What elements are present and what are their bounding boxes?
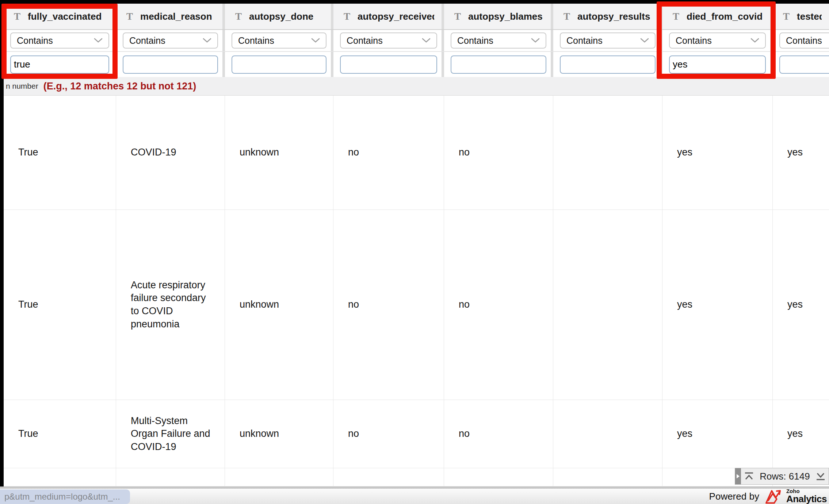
- column-header-fully-vaccinated[interactable]: Tfully_vaccinated: [4, 4, 116, 29]
- powered-by-label: Powered by: [709, 491, 759, 502]
- rows-count-bar: Rows: 6149: [735, 468, 829, 485]
- cell-value: yes: [787, 298, 803, 311]
- chevron-down-icon: [422, 38, 431, 43]
- scroll-to-top-icon[interactable]: [744, 472, 754, 481]
- filter-value-cell-autopsy-results: [553, 52, 662, 77]
- table-cell: yes: [773, 400, 829, 468]
- table-cell: unknown: [225, 210, 333, 400]
- filter-operator-select-autopsy-done[interactable]: Contains: [232, 32, 326, 49]
- column-header-label: tested_po: [797, 11, 822, 22]
- column-header-label: fully_vaccinated: [28, 11, 102, 22]
- text-type-icon: T: [126, 11, 133, 22]
- table-cell: yes: [773, 210, 829, 400]
- table-cell: [553, 468, 662, 486]
- text-type-icon: T: [564, 11, 570, 22]
- filter-operator-select-died-from-covid[interactable]: Contains: [669, 32, 766, 49]
- table-cell: yes: [773, 96, 829, 209]
- column-header-autopsy-done[interactable]: Tautopsy_done: [225, 4, 333, 29]
- text-type-icon: T: [235, 11, 242, 22]
- filter-operator-select-medical-reason[interactable]: Contains: [123, 32, 218, 49]
- filter-operator-select-tested-po[interactable]: Contains: [779, 32, 829, 49]
- zoho-analytics-logo[interactable]: Zoho Analytics: [764, 488, 827, 504]
- table-row: TrueMulti-System Organ Failure and COVID…: [4, 400, 829, 468]
- table-body: TrueCOVID-19unknownnonoyesyesTrueAcute r…: [4, 96, 829, 486]
- table-cell: [444, 468, 553, 486]
- powered-by: Powered by Zoho Analytics: [709, 489, 827, 504]
- filter-input-fully-vaccinated[interactable]: [10, 55, 109, 74]
- filter-input-autopsy-results[interactable]: [560, 55, 656, 74]
- table-cell: True: [4, 400, 116, 468]
- filter-value-cell-autopsy-done: [225, 52, 333, 77]
- column-header-label: medical_reason: [140, 11, 212, 22]
- filter-value-row: [4, 52, 829, 77]
- filter-value-cell-tested-po: [773, 52, 829, 77]
- filter-value-cell-medical-reason: [116, 52, 225, 77]
- filter-operator-row: ContainsContainsContainsContainsContains…: [4, 30, 829, 52]
- cell-value: Acute respiratory failure secondary to C…: [131, 279, 214, 331]
- filter-input-tested-po[interactable]: [779, 55, 829, 74]
- filter-operator-value: Contains: [676, 35, 712, 46]
- column-header-label: autopsy_results: [577, 11, 650, 22]
- expand-handle[interactable]: [735, 468, 741, 484]
- table-cell: [333, 468, 444, 486]
- filter-operator-cell-autopsy-results: Contains: [553, 30, 662, 51]
- chevron-down-icon: [94, 38, 103, 43]
- filter-operator-value: Contains: [238, 35, 274, 46]
- filter-operator-select-autopsy-received[interactable]: Contains: [340, 32, 437, 49]
- column-header-medical-reason[interactable]: Tmedical_reason: [116, 4, 225, 29]
- cell-value: no: [459, 427, 470, 440]
- table-cell: COVID-19: [116, 96, 225, 209]
- cell-value: True: [18, 146, 38, 159]
- scroll-to-bottom-icon[interactable]: [815, 472, 826, 481]
- table-cell: yes: [662, 210, 773, 400]
- table-row: [4, 468, 829, 486]
- cell-value: yes: [787, 146, 803, 159]
- table-cell: no: [333, 96, 444, 209]
- chevron-down-icon: [750, 38, 759, 43]
- filter-hint-example: (E.g., 12 matches 12 but not 121): [43, 81, 196, 92]
- table-cell: no: [333, 400, 444, 468]
- zoho-analytics-wordmark: Zoho Analytics: [786, 488, 827, 504]
- column-header-row: Tfully_vaccinatedTmedical_reasonTautopsy…: [4, 4, 829, 30]
- left-black-bar: [0, 4, 4, 486]
- filter-input-medical-reason[interactable]: [123, 55, 218, 74]
- filter-operator-select-fully-vaccinated[interactable]: Contains: [10, 32, 109, 49]
- cell-value: yes: [677, 298, 692, 311]
- chevron-down-icon: [311, 38, 320, 43]
- table-cell: [4, 468, 116, 486]
- cell-value: no: [348, 427, 359, 440]
- filter-operator-select-autopsy-blames[interactable]: Contains: [451, 32, 546, 49]
- table-cell: unknown: [225, 400, 333, 468]
- filter-operator-cell-died-from-covid: Contains: [662, 30, 773, 51]
- filter-operator-cell-autopsy-blames: Contains: [444, 30, 553, 51]
- cell-value: unknown: [240, 427, 279, 440]
- column-header-autopsy-results[interactable]: Tautopsy_results: [553, 4, 662, 29]
- column-header-tested-po[interactable]: Ttested_po: [773, 4, 829, 29]
- table-cell: no: [444, 400, 553, 468]
- column-header-autopsy-blames[interactable]: Tautopsy_blames: [444, 4, 553, 29]
- zoho-analytics-table-view: Tfully_vaccinatedTmedical_reasonTautopsy…: [0, 0, 829, 504]
- column-header-died-from-covid[interactable]: Tdied_from_covid: [662, 4, 773, 29]
- status-bar: p&utm_medium=logo&utm_... Powered by Zoh…: [0, 486, 829, 504]
- cell-value: no: [348, 298, 359, 311]
- brand-analytics-label: Analytics: [786, 494, 827, 504]
- table-row: TrueCOVID-19unknownnonoyesyes: [4, 96, 829, 210]
- table-cell: no: [444, 210, 553, 400]
- data-grid: Tfully_vaccinatedTmedical_reasonTautopsy…: [4, 4, 829, 486]
- filter-value-cell-autopsy-blames: [444, 52, 553, 77]
- table-cell: [553, 400, 662, 468]
- filter-operator-select-autopsy-results[interactable]: Contains: [560, 32, 656, 49]
- filter-input-died-from-covid[interactable]: [669, 55, 766, 74]
- filter-operator-cell-tested-po: Contains: [773, 30, 829, 51]
- filter-operator-value: Contains: [129, 35, 165, 46]
- arrow-right-icon: [737, 474, 740, 478]
- rows-count-label: Rows: 6149: [760, 471, 810, 482]
- filter-input-autopsy-done[interactable]: [232, 55, 326, 74]
- cell-value: no: [459, 298, 470, 311]
- column-header-autopsy-received[interactable]: Tautopsy_received: [333, 4, 444, 29]
- url-preview-text: p&utm_medium=logo&utm_...: [4, 492, 120, 502]
- filter-input-autopsy-received[interactable]: [340, 55, 437, 74]
- filter-input-autopsy-blames[interactable]: [451, 55, 546, 74]
- filter-value-cell-died-from-covid: [662, 52, 773, 77]
- filter-operator-value: Contains: [566, 35, 603, 46]
